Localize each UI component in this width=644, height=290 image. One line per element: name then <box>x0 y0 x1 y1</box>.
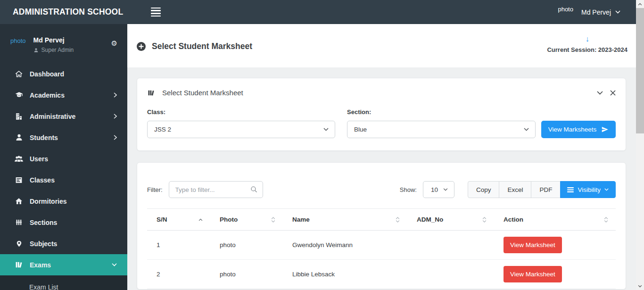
excel-button[interactable]: Excel <box>499 181 531 198</box>
show-entries-select[interactable]: 10 <box>423 181 454 198</box>
cell-sn: 1 <box>147 231 210 260</box>
column-header-action[interactable]: Action <box>494 209 616 231</box>
graduation-cap-icon <box>14 91 24 99</box>
sidebar-user-name: Md Pervej <box>33 36 74 44</box>
books-icon <box>14 261 24 269</box>
close-card-icon[interactable] <box>610 90 616 96</box>
app-brand: ADMINISTRATION SCHOOL <box>0 7 127 17</box>
sidebar-item-exams[interactable]: Exams <box>0 254 127 275</box>
cell-name: Libbie Lebsack <box>283 260 407 289</box>
filter-input[interactable] <box>169 181 263 198</box>
app-window: ADMINISTRATION SCHOOL photo Md Pervej ph… <box>0 0 644 290</box>
cell-photo: photo <box>210 231 283 260</box>
session-indicator: ↓ Current Session: 2023-2024 <box>547 35 627 53</box>
sidebar-item-students[interactable]: Students <box>0 127 127 148</box>
export-button-group: Copy Excel PDF Visibility <box>468 181 616 198</box>
cell-adm-no <box>407 260 494 289</box>
building-icon <box>14 112 24 121</box>
column-header-adm-no[interactable]: ADM_No <box>407 209 494 231</box>
menu-lines-icon <box>567 187 574 192</box>
table-row: 2 photo Libbie Lebsack View Marksheet <box>147 260 616 289</box>
chevron-down-icon <box>524 128 529 131</box>
cell-name: Gwendolyn Weimann <box>283 231 407 260</box>
sidebar-item-label: Exams <box>30 261 51 269</box>
sidebar-item-classes[interactable]: Classes <box>0 169 127 191</box>
view-marksheet-button[interactable]: View Marksheet <box>504 266 562 282</box>
sidebar-toggle-icon[interactable] <box>151 8 161 17</box>
sidebar-item-subjects[interactable]: Subjects <box>0 233 127 254</box>
sections-bars-icon <box>14 218 24 226</box>
sidebar-item-label: Classes <box>30 176 55 184</box>
sidebar-item-label: Subjects <box>30 240 57 248</box>
sidebar-user-panel: photo Md Pervej Super Admin ⚙ <box>0 24 127 60</box>
visibility-button[interactable]: Visibility <box>560 181 616 198</box>
show-label: Show: <box>400 186 417 193</box>
scroll-up-icon[interactable] <box>636 0 644 8</box>
chevron-down-icon <box>604 188 609 191</box>
column-header-sn[interactable]: S/N <box>147 209 210 231</box>
cell-photo: photo <box>210 260 283 289</box>
sidebar-user-info: Md Pervej Super Admin <box>33 36 74 53</box>
topbar-user-name: Md Pervej <box>581 8 611 16</box>
page-scrollbar[interactable] <box>636 0 644 290</box>
home-icon <box>14 70 24 78</box>
plus-circle-icon <box>137 42 146 51</box>
page-header: Select Student Marksheet ↓ Current Sessi… <box>127 24 644 67</box>
table-header-row: S/N Photo <box>147 209 616 231</box>
sort-asc-icon <box>198 218 203 221</box>
class-select[interactable]: JSS 2 <box>147 121 335 138</box>
sort-icon <box>604 216 608 223</box>
books-icon <box>147 89 155 97</box>
section-select[interactable]: Blue <box>347 121 536 138</box>
pdf-button[interactable]: PDF <box>531 181 561 198</box>
sidebar-avatar[interactable]: photo <box>10 37 26 53</box>
chevron-right-icon <box>114 135 117 140</box>
show-entries-value: 10 <box>431 186 438 193</box>
collapse-card-icon[interactable] <box>597 91 603 95</box>
top-navbar: ADMINISTRATION SCHOOL photo Md Pervej <box>0 0 644 24</box>
class-label: Class: <box>147 108 335 116</box>
view-marksheet-button[interactable]: View Marksheet <box>504 237 562 253</box>
gear-icon[interactable]: ⚙ <box>111 39 117 48</box>
copy-button[interactable]: Copy <box>468 181 500 198</box>
chevron-down-icon <box>615 10 620 14</box>
map-pin-icon <box>14 240 24 248</box>
sidebar-item-label: Dashboard <box>30 70 64 78</box>
search-icon <box>250 185 258 193</box>
sidebar-item-administrative[interactable]: Administrative <box>0 106 127 127</box>
scrollbar-thumb[interactable] <box>636 8 644 133</box>
scroll-down-icon[interactable] <box>636 282 644 290</box>
cell-adm-no <box>407 231 494 260</box>
sidebar-item-dormitories[interactable]: Dormitories <box>0 191 127 212</box>
students-table-card: Filter: Show: 10 <box>137 162 626 290</box>
column-header-photo[interactable]: Photo <box>210 209 283 231</box>
filter-label: Filter: <box>147 186 163 193</box>
sidebar-item-users[interactable]: Users <box>0 148 127 169</box>
sidebar-item-dashboard[interactable]: Dashboard <box>0 63 127 84</box>
users-group-icon <box>14 155 24 163</box>
person-icon <box>33 48 39 53</box>
session-label: Current Session: 2023-2024 <box>547 46 627 53</box>
content-area: Select Student Marksheet Class: <box>127 67 644 290</box>
topbar-avatar[interactable]: photo <box>558 6 573 13</box>
topbar-user-area: photo Md Pervej <box>558 8 620 16</box>
main-content: Select Student Marksheet ↓ Current Sessi… <box>127 24 644 290</box>
page-title: Select Student Marksheet <box>152 41 252 51</box>
sidebar-subitem-exam-list[interactable]: Exam List <box>29 283 127 290</box>
sort-icon <box>271 216 275 223</box>
marksheet-filter-card: Select Student Marksheet Class: <box>137 78 626 151</box>
exams-submenu: Exam List <box>0 275 127 290</box>
students-table: S/N Photo <box>147 208 616 289</box>
sidebar-item-sections[interactable]: Sections <box>0 212 127 233</box>
view-marksheets-button[interactable]: View Marksheets <box>541 121 616 138</box>
column-header-name[interactable]: Name <box>283 209 407 231</box>
view-marksheets-label: View Marksheets <box>548 126 597 133</box>
sidebar-item-academics[interactable]: Academics <box>0 84 127 106</box>
sort-icon <box>396 216 400 223</box>
card-title: Select Student Marksheet <box>162 89 243 97</box>
topbar-user-menu[interactable]: Md Pervej <box>581 8 620 16</box>
sidebar-nav: Dashboard Academics Administrative <box>0 63 127 290</box>
sidebar-item-label: Users <box>30 155 48 163</box>
sidebar: photo Md Pervej Super Admin ⚙ Dashboard <box>0 24 127 290</box>
section-label: Section: <box>347 108 536 116</box>
